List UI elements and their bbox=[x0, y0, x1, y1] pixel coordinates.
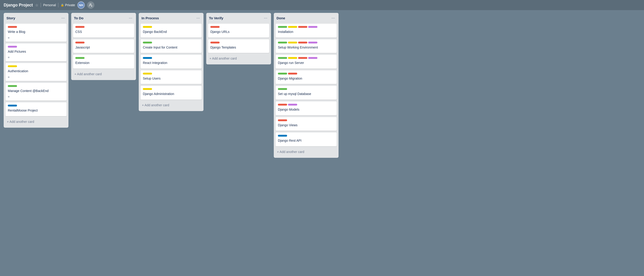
card-title-c4: Manage Content @BackEnd bbox=[8, 89, 64, 93]
label-purple bbox=[308, 26, 318, 28]
label-yellow bbox=[288, 57, 297, 59]
card-labels-c23 bbox=[278, 135, 334, 136]
card-labels-c12 bbox=[143, 73, 199, 75]
column-menu-done[interactable]: ··· bbox=[330, 15, 336, 21]
add-card-btn-inprocess[interactable]: + Add another card bbox=[140, 101, 202, 109]
avatar[interactable]: NH bbox=[78, 2, 85, 9]
card-title-c13: Django Administration bbox=[143, 92, 199, 96]
card-c5[interactable]: RentalMoose Project bbox=[6, 102, 66, 116]
card-title-c5: RentalMoose Project bbox=[8, 108, 64, 113]
label-blue bbox=[278, 135, 287, 136]
description-icon-c4: ≡ bbox=[8, 95, 10, 98]
label-green bbox=[75, 57, 84, 59]
add-card-btn-done[interactable]: + Add another card bbox=[276, 148, 337, 156]
label-purple bbox=[288, 104, 297, 106]
card-title-c3: Authentication bbox=[8, 69, 64, 74]
svg-point-0 bbox=[90, 4, 91, 5]
card-c21[interactable]: Django Models bbox=[276, 101, 337, 115]
add-card-btn-toverify[interactable]: + Add another card bbox=[208, 55, 269, 62]
card-c4[interactable]: Manage Content @BackEnd≡ bbox=[6, 83, 66, 101]
label-green bbox=[143, 42, 152, 44]
card-c10[interactable]: Create Input for Content bbox=[140, 39, 202, 53]
label-purple bbox=[308, 57, 318, 59]
card-c14[interactable]: Django URLs bbox=[208, 24, 269, 38]
card-c3[interactable]: Authentication≡ bbox=[6, 63, 66, 81]
card-labels-c13 bbox=[143, 88, 199, 90]
privacy-label: 🔒 Private bbox=[61, 3, 75, 7]
column-menu-story[interactable]: ··· bbox=[60, 15, 66, 21]
card-c19[interactable]: Django Migration bbox=[276, 70, 337, 84]
card-title-c16: Installation bbox=[278, 30, 334, 34]
card-c18[interactable]: Django run Server bbox=[276, 55, 337, 69]
column-header-toverify: To Verify··· bbox=[208, 15, 269, 22]
column-title-toverify: To Verify bbox=[209, 16, 223, 20]
card-labels-c21 bbox=[278, 104, 334, 106]
card-labels-c22 bbox=[278, 119, 334, 121]
column-title-done: Done bbox=[276, 16, 285, 20]
star-icon[interactable]: ☆ bbox=[35, 3, 38, 7]
label-red bbox=[8, 26, 17, 28]
card-c20[interactable]: Set up mysql Database bbox=[276, 86, 337, 100]
label-red bbox=[298, 42, 307, 44]
card-c7[interactable]: Javascript bbox=[73, 39, 134, 53]
label-red bbox=[298, 26, 307, 28]
card-c9[interactable]: Django BackEnd bbox=[140, 24, 202, 38]
card-labels-c14 bbox=[210, 26, 267, 28]
card-c1[interactable]: Write a Blog≡ bbox=[6, 24, 66, 42]
label-red bbox=[210, 42, 220, 44]
card-c17[interactable]: Setup Working Environment bbox=[276, 39, 337, 53]
label-red bbox=[278, 104, 287, 106]
card-title-c10: Create Input for Content bbox=[143, 45, 199, 50]
card-footer-c1: ≡ bbox=[8, 36, 64, 40]
column-menu-toverify[interactable]: ··· bbox=[263, 15, 268, 21]
card-labels-c17 bbox=[278, 42, 334, 44]
card-title-c11: React Integration bbox=[143, 61, 199, 65]
add-member-button[interactable] bbox=[87, 2, 94, 9]
card-c8[interactable]: Extension bbox=[73, 55, 134, 69]
column-story: Story···Write a Blog≡Add Pictures≡Authen… bbox=[4, 13, 68, 128]
label-yellow bbox=[288, 42, 297, 44]
description-icon-c3: ≡ bbox=[8, 75, 10, 79]
card-labels-c6 bbox=[75, 26, 132, 28]
card-title-c14: Django URLs bbox=[210, 30, 267, 34]
label-yellow bbox=[8, 65, 17, 67]
label-green bbox=[278, 88, 287, 90]
column-header-story: Story··· bbox=[6, 15, 66, 22]
card-labels-c18 bbox=[278, 57, 334, 59]
column-menu-todo[interactable]: ··· bbox=[128, 15, 133, 21]
card-title-c23: Django Rest API bbox=[278, 139, 334, 143]
card-labels-c8 bbox=[75, 57, 132, 59]
card-labels-c2 bbox=[8, 46, 64, 48]
column-menu-inprocess[interactable]: ··· bbox=[196, 15, 201, 21]
card-labels-c20 bbox=[278, 88, 334, 90]
card-c2[interactable]: Add Pictures≡ bbox=[6, 44, 66, 61]
card-title-c21: Django Models bbox=[278, 107, 334, 112]
workspace-label[interactable]: Personal bbox=[43, 3, 56, 7]
private-text: Private bbox=[65, 3, 75, 7]
label-yellow bbox=[143, 73, 152, 75]
label-red bbox=[288, 73, 297, 75]
header: Django Project ☆ Personal 🔒 Private NH bbox=[0, 0, 644, 10]
card-c23[interactable]: Django Rest API bbox=[276, 132, 337, 146]
card-footer-c3: ≡ bbox=[8, 75, 64, 79]
card-title-c12: Setup Users bbox=[143, 76, 199, 81]
add-card-btn-todo[interactable]: + Add another card bbox=[73, 70, 134, 78]
card-c22[interactable]: Django Views bbox=[276, 117, 337, 131]
add-card-btn-story[interactable]: + Add another card bbox=[6, 118, 66, 125]
column-header-done: Done··· bbox=[276, 15, 337, 22]
column-header-inprocess: In Process··· bbox=[140, 15, 202, 22]
card-c16[interactable]: Installation bbox=[276, 24, 337, 38]
card-c15[interactable]: Django Templates bbox=[208, 39, 269, 53]
column-toverify: To Verify···Django URLsDjango Templates+… bbox=[206, 13, 271, 64]
board: Story···Write a Blog≡Add Pictures≡Authen… bbox=[0, 10, 644, 276]
lock-icon: 🔒 bbox=[61, 4, 64, 7]
card-title-c18: Django run Server bbox=[278, 61, 334, 65]
card-c6[interactable]: CSS bbox=[73, 24, 134, 38]
card-c12[interactable]: Setup Users bbox=[140, 70, 202, 84]
label-green bbox=[278, 57, 287, 59]
column-title-todo: To Do bbox=[74, 16, 83, 20]
column-inprocess: In Process···Django BackEndCreate Input … bbox=[139, 13, 204, 111]
card-c11[interactable]: React Integration bbox=[140, 55, 202, 69]
card-labels-c15 bbox=[210, 42, 267, 44]
card-c13[interactable]: Django Administration bbox=[140, 86, 202, 100]
